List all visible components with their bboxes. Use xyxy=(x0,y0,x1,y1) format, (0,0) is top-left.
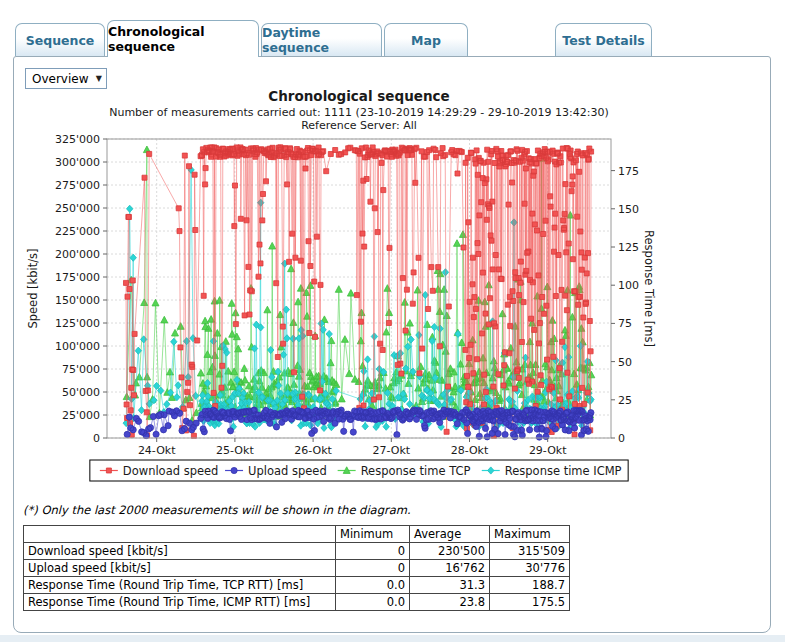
svg-text:175: 175 xyxy=(618,165,639,178)
page-bottom-strip xyxy=(0,635,785,642)
svg-text:0: 0 xyxy=(93,432,100,445)
svg-text:Download speed: Download speed xyxy=(123,464,219,478)
svg-text:29-Okt: 29-Okt xyxy=(529,444,567,457)
tab-sequence[interactable]: Sequence xyxy=(15,23,105,56)
svg-text:50'000: 50'000 xyxy=(62,386,100,399)
svg-text:275'000: 275'000 xyxy=(55,179,100,192)
svg-text:200'000: 200'000 xyxy=(55,248,100,261)
tab-label: Sequence xyxy=(26,33,95,48)
tab-chronological-sequence[interactable]: Chronological sequence xyxy=(107,20,259,57)
svg-text:125: 125 xyxy=(618,241,639,254)
svg-text:26-Okt: 26-Okt xyxy=(294,444,332,457)
svg-text:Response time ICMP: Response time ICMP xyxy=(505,464,622,478)
svg-text:150: 150 xyxy=(618,203,639,216)
svg-text:28-Okt: 28-Okt xyxy=(451,444,489,457)
tab-label: Map xyxy=(411,33,441,48)
row-max: 175.5 xyxy=(490,594,570,611)
tab-daytime-sequence[interactable]: Daytime sequence xyxy=(261,23,382,56)
tab-label: Daytime sequence xyxy=(262,25,381,55)
row-max: 188.7 xyxy=(490,577,570,594)
svg-text:25: 25 xyxy=(618,394,632,407)
svg-text:50: 50 xyxy=(618,356,632,369)
svg-text:100'000: 100'000 xyxy=(55,340,100,353)
svg-text:150'000: 150'000 xyxy=(55,294,100,307)
row-avg: 230'500 xyxy=(410,543,490,560)
svg-text:175'000: 175'000 xyxy=(55,271,100,284)
svg-text:27-Okt: 27-Okt xyxy=(372,444,410,457)
row-min: 0 xyxy=(336,560,410,577)
svg-text:Response time TCP: Response time TCP xyxy=(361,464,471,478)
svg-text:300'000: 300'000 xyxy=(55,156,100,169)
svg-text:250'000: 250'000 xyxy=(55,202,100,215)
row-min: 0.0 xyxy=(336,594,410,611)
stats-header-empty xyxy=(24,526,336,543)
row-max: 315'509 xyxy=(490,543,570,560)
svg-text:75'000: 75'000 xyxy=(62,363,100,376)
tab-bar: Sequence Chronological sequence Daytime … xyxy=(15,20,654,56)
row-label: Response Time (Round Trip Time, TCP RTT)… xyxy=(24,577,336,594)
view-select[interactable]: Overview ▼ xyxy=(25,68,107,89)
svg-text:Reference Server: All: Reference Server: All xyxy=(301,119,417,132)
chart-area: Chronological sequenceNumber of measurem… xyxy=(19,87,671,495)
stats-header-maximum: Maximum xyxy=(490,526,570,543)
stats-header-row: Minimum Average Maximum xyxy=(24,526,570,543)
chronological-sequence-chart: Chronological sequenceNumber of measurem… xyxy=(19,87,671,491)
tab-test-details[interactable]: Test Details xyxy=(555,23,652,56)
svg-text:100: 100 xyxy=(618,279,639,292)
table-row: Response Time (Round Trip Time, TCP RTT)… xyxy=(24,577,570,594)
tab-spacer xyxy=(470,55,555,56)
svg-text:Number of measurements carried: Number of measurements carried out: 1111… xyxy=(109,106,609,119)
row-avg: 23.8 xyxy=(410,594,490,611)
stats-header-average: Average xyxy=(410,526,490,543)
svg-text:Response Time [ms]: Response Time [ms] xyxy=(642,230,656,347)
svg-text:24-Okt: 24-Okt xyxy=(138,444,176,457)
footnote: (*) Only the last 2000 measurements will… xyxy=(23,503,411,517)
svg-text:125'000: 125'000 xyxy=(55,317,100,330)
tab-label: Chronological sequence xyxy=(108,24,258,54)
table-row: Response Time (Round Trip Time, ICMP RTT… xyxy=(24,594,570,611)
svg-text:25-Okt: 25-Okt xyxy=(216,444,254,457)
tab-map[interactable]: Map xyxy=(384,23,468,56)
svg-text:75: 75 xyxy=(618,317,632,330)
row-label: Response Time (Round Trip Time, ICMP RTT… xyxy=(24,594,336,611)
caret-down-icon: ▼ xyxy=(96,74,102,83)
row-max: 30'776 xyxy=(490,560,570,577)
svg-text:Chronological sequence: Chronological sequence xyxy=(268,88,449,104)
view-select-value: Overview xyxy=(32,72,89,86)
stats-table: Minimum Average Maximum Download speed [… xyxy=(23,525,570,611)
svg-text:0: 0 xyxy=(618,432,625,445)
svg-text:325'000: 325'000 xyxy=(55,133,100,146)
row-avg: 16'762 xyxy=(410,560,490,577)
table-row: Download speed [kbit/s] 0 230'500 315'50… xyxy=(24,543,570,560)
tab-label: Test Details xyxy=(562,33,644,48)
row-label: Upload speed [kbit/s] xyxy=(24,560,336,577)
content-panel: Overview ▼ Chronological sequenceNumber … xyxy=(13,56,771,633)
svg-text:Speed [kbit/s]: Speed [kbit/s] xyxy=(26,248,40,328)
row-avg: 31.3 xyxy=(410,577,490,594)
row-min: 0.0 xyxy=(336,577,410,594)
svg-text:25'000: 25'000 xyxy=(62,409,100,422)
table-row: Upload speed [kbit/s] 0 16'762 30'776 xyxy=(24,560,570,577)
svg-text:Upload speed: Upload speed xyxy=(248,464,327,478)
row-min: 0 xyxy=(336,543,410,560)
svg-text:225'000: 225'000 xyxy=(55,225,100,238)
stats-header-minimum: Minimum xyxy=(336,526,410,543)
row-label: Download speed [kbit/s] xyxy=(24,543,336,560)
